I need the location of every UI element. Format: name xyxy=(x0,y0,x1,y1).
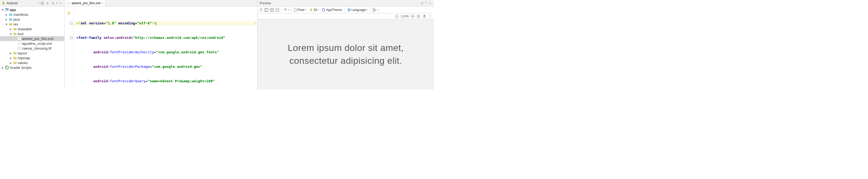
device-label: Pixel xyxy=(298,8,304,12)
device-selector[interactable]: Pixel ▾ xyxy=(293,8,307,12)
tree-label: drawable xyxy=(18,27,32,31)
tree-item-mipmap[interactable]: ▸ mipmap xyxy=(0,56,64,60)
tree-arrow-icon: ▸ xyxy=(1,66,4,70)
chevron-down-icon: ▾ xyxy=(318,8,319,11)
theme-label: AppTheme xyxy=(326,8,342,12)
svg-point-37 xyxy=(430,16,431,17)
preview-hide-icon[interactable] xyxy=(428,1,432,5)
zoom-level: 110% xyxy=(401,14,409,18)
collapse-icon[interactable] xyxy=(45,1,50,5)
layout-icon[interactable] xyxy=(270,8,274,12)
theme-selector[interactable]: AppTheme xyxy=(321,8,343,12)
fold-widget-icon[interactable]: − xyxy=(70,22,72,25)
editor-tab-active[interactable]: <> advent_pro_thin.xml × xyxy=(65,0,105,6)
folder-icon xyxy=(8,22,13,26)
svg-point-2 xyxy=(53,3,54,4)
folder-icon xyxy=(8,17,13,22)
preview-settings-icon[interactable] xyxy=(420,1,424,5)
svg-text:<>: <> xyxy=(18,38,20,40)
tree-label: Gradle Scripts xyxy=(10,66,32,70)
tree-item-aguafina[interactable]: <> aguafina_script.xml xyxy=(0,41,64,46)
language-label: Language xyxy=(351,8,366,12)
tree-arrow-icon: ▸ xyxy=(5,18,8,22)
sync-icon[interactable] xyxy=(40,1,44,5)
tree-item-layout[interactable]: ▸ layout xyxy=(0,51,64,56)
tree-label: font xyxy=(18,32,24,36)
settings-dropdown-icon[interactable]: ▾ xyxy=(56,2,57,4)
tree-item-gradle[interactable]: ▸ Gradle Scripts xyxy=(0,65,64,70)
language-selector[interactable]: Language ▾ xyxy=(346,8,369,12)
svg-point-36 xyxy=(430,15,431,16)
android-icon xyxy=(2,1,5,5)
project-sidebar: Android ▾ ▾ ▾ app ▸ manifests ▸ java xyxy=(0,0,65,90)
tree-label: layout xyxy=(18,51,27,55)
svg-rect-3 xyxy=(60,3,62,3)
pan-icon[interactable] xyxy=(422,14,427,19)
tree-arrow-icon: ▸ xyxy=(9,56,12,60)
fit-screen-icon[interactable] xyxy=(416,14,421,19)
project-tree: ▾ app ▸ manifests ▸ java ▾ res ▸ drawabl… xyxy=(0,6,64,71)
chevron-down-icon: ▾ xyxy=(367,8,368,11)
svg-point-38 xyxy=(430,17,431,18)
tree-item-caesar[interactable]: T caesar_dressing.ttf xyxy=(0,46,64,51)
settings-gear-icon[interactable] xyxy=(51,1,55,5)
editor-tab-bar: <> advent_pro_thin.xml × xyxy=(65,0,257,6)
tree-item-drawable[interactable]: ▸ drawable xyxy=(0,27,64,31)
tree-label: caesar_dressing.ttf xyxy=(22,47,52,50)
layout2-icon[interactable] xyxy=(275,8,279,12)
code-area[interactable]: −<?xml version="1.0" encoding="utf-8"?>✓… xyxy=(74,6,257,90)
sidebar-header: Android ▾ ▾ xyxy=(0,0,64,6)
hide-panel-icon[interactable] xyxy=(58,1,63,5)
tree-label: java xyxy=(13,18,20,22)
intention-bulb-icon[interactable] xyxy=(67,11,71,16)
paint-dropdown-icon[interactable]: ▾ xyxy=(288,8,289,11)
paint-icon[interactable] xyxy=(283,8,287,12)
tree-arrow-icon: ▸ xyxy=(9,61,12,65)
preview-settings-dropdown-icon[interactable]: ▾ xyxy=(426,1,427,5)
tree-item-java[interactable]: ▸ java xyxy=(0,17,64,22)
tree-arrow-icon: ▸ xyxy=(5,12,8,17)
viewport-icon[interactable] xyxy=(265,8,269,12)
overflow-icon[interactable] xyxy=(428,14,432,19)
tab-close-icon[interactable]: × xyxy=(101,1,103,5)
sidebar-title[interactable]: Android xyxy=(6,1,37,5)
editor-panel: <> advent_pro_thin.xml × −<?xml version=… xyxy=(65,0,257,90)
orientation-icon[interactable] xyxy=(372,8,376,12)
tree-item-font[interactable]: ▾ font xyxy=(0,31,64,36)
preview-title: Preview xyxy=(259,1,271,5)
tree-arrow-icon: ▾ xyxy=(9,32,12,36)
xml-file-icon: <> xyxy=(66,1,70,5)
ttf-file-icon: T xyxy=(17,46,22,50)
editor-body: −<?xml version="1.0" encoding="utf-8"?>✓… xyxy=(65,6,257,90)
orientation-dropdown-icon[interactable]: ▾ xyxy=(377,8,378,11)
api-label: 26 xyxy=(313,8,317,12)
tree-arrow-icon: ▸ xyxy=(9,27,12,31)
folder-icon xyxy=(13,56,17,60)
editor-gutter xyxy=(65,6,74,90)
tab-label: advent_pro_thin.xml xyxy=(71,1,100,5)
view-dropdown-icon[interactable]: ▾ xyxy=(38,2,39,4)
tree-item-app[interactable]: ▾ app xyxy=(0,7,64,12)
fold-widget-icon[interactable]: − xyxy=(70,36,72,39)
svg-rect-29 xyxy=(374,9,376,11)
svg-point-1 xyxy=(42,3,42,3)
text-cursor xyxy=(156,22,156,26)
chevron-down-icon: ▾ xyxy=(305,8,306,11)
preview-line-1: Lorem ipsum dolor sit amet, xyxy=(288,41,404,54)
api-selector[interactable]: 26 ▾ xyxy=(308,8,320,12)
preview-canvas: Lorem ipsum dolor sit amet, consectetur … xyxy=(257,19,434,90)
svg-rect-15 xyxy=(68,14,69,14)
preview-line-2: consectetur adipisicing elit. xyxy=(288,54,404,67)
tree-item-advent[interactable]: <> advent_pro_thin.xml xyxy=(0,36,64,41)
svg-text:T: T xyxy=(19,47,20,50)
zoom-in-icon[interactable] xyxy=(410,14,415,19)
zoom-out-icon[interactable] xyxy=(395,14,399,19)
tree-item-res[interactable]: ▾ res xyxy=(0,22,64,27)
tree-arrow-icon: ▾ xyxy=(5,22,8,26)
refresh-icon[interactable] xyxy=(259,8,264,12)
svg-point-26 xyxy=(322,8,325,11)
tree-item-manifests[interactable]: ▸ manifests xyxy=(0,12,64,17)
folder-icon xyxy=(13,27,17,31)
tree-label: values xyxy=(18,61,28,65)
tree-item-values[interactable]: ▸ values xyxy=(0,60,64,65)
